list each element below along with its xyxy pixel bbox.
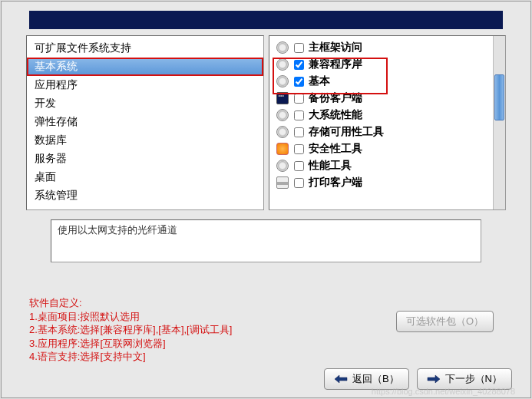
category-item[interactable]: 数据库 <box>27 131 263 150</box>
gear-icon <box>276 41 289 54</box>
package-row[interactable]: 安全性工具 <box>269 140 506 157</box>
package-label: 兼容程序岸 <box>309 58 500 71</box>
watermark-text: https://blog.csdn.net/weixin_40288078 <box>372 387 515 396</box>
package-row[interactable]: 基本 <box>269 73 506 90</box>
package-checkbox[interactable] <box>294 110 304 120</box>
scrollbar-thumb[interactable] <box>494 74 504 120</box>
gear-icon <box>276 125 289 139</box>
package-checkbox[interactable] <box>294 77 304 87</box>
installer-window: 可扩展文件系统支持基本系统应用程序开发弹性存储数据库服务器桌面系统管理 主框架访… <box>1 1 531 398</box>
arrow-left-icon <box>334 374 348 384</box>
package-label: 备份客户端 <box>309 91 500 105</box>
category-panel: 可扩展文件系统支持基本系统应用程序开发弹性存储数据库服务器桌面系统管理 <box>26 35 264 210</box>
category-item[interactable]: 可扩展文件系统支持 <box>27 39 263 58</box>
category-item[interactable]: 开发 <box>27 94 263 113</box>
category-item[interactable]: 服务器 <box>27 150 263 168</box>
category-item[interactable]: 应用程序 <box>27 76 263 94</box>
scrollbar-vertical[interactable] <box>493 36 505 209</box>
package-label: 大系统性能 <box>309 108 500 122</box>
instructions-title: 软件自定义: <box>29 296 232 310</box>
description-text: 使用以太网支持的光纤通道 <box>58 224 177 236</box>
package-label: 主框架访问 <box>309 41 500 54</box>
package-row[interactable]: 大系统性能 <box>269 107 506 124</box>
category-list: 可扩展文件系统支持基本系统应用程序开发弹性存储数据库服务器桌面系统管理 <box>27 36 263 208</box>
package-checkbox[interactable] <box>294 94 304 104</box>
gear-icon <box>276 159 289 173</box>
main-content: 可扩展文件系统支持基本系统应用程序开发弹性存储数据库服务器桌面系统管理 主框架访… <box>2 35 530 210</box>
package-checkbox[interactable] <box>294 127 304 137</box>
instructions-line4: 4.语言支持:选择[支持中文] <box>29 350 232 364</box>
package-label: 基本 <box>309 74 500 88</box>
package-list: 主框架访问兼容程序岸基本备份客户端大系统性能存储可用性工具安全性工具性能工具打印… <box>269 36 506 194</box>
package-row[interactable]: 打印客户端 <box>269 174 506 191</box>
package-checkbox[interactable] <box>294 161 304 171</box>
instructions-overlay: 软件自定义: 1.桌面项目:按照默认选用 2.基本系统:选择[兼容程序库],[基… <box>29 296 232 364</box>
package-checkbox[interactable] <box>294 60 304 70</box>
category-item[interactable]: 弹性存储 <box>27 113 263 131</box>
instructions-line2: 2.基本系统:选择[兼容程序库],[基本],[调试工具] <box>29 323 232 337</box>
optional-packages-button[interactable]: 可选软件包（O） <box>396 311 494 332</box>
gear-icon <box>276 108 289 122</box>
category-item[interactable]: 基本系统 <box>27 58 263 76</box>
orange-icon <box>276 142 289 156</box>
instructions-line1: 1.桌面项目:按照默认选用 <box>29 310 232 324</box>
package-label: 性能工具 <box>309 159 500 173</box>
category-item[interactable]: 系统管理 <box>27 186 263 205</box>
package-row[interactable]: 备份客户端 <box>269 90 506 107</box>
description-box: 使用以太网支持的光纤通道 <box>51 219 481 262</box>
package-checkbox[interactable] <box>294 178 304 188</box>
package-label: 安全性工具 <box>309 142 500 156</box>
optional-button-label: 可选软件包（O） <box>406 315 484 328</box>
title-bar <box>29 11 503 29</box>
package-row[interactable]: 存储可用性工具 <box>269 124 506 140</box>
printer-icon <box>276 176 289 190</box>
category-item[interactable]: 桌面 <box>27 168 263 186</box>
package-checkbox[interactable] <box>294 144 304 154</box>
package-row[interactable]: 兼容程序岸 <box>269 56 506 73</box>
package-label: 存储可用性工具 <box>309 125 500 139</box>
back-button-label: 返回（B） <box>352 372 399 386</box>
package-label: 打印客户端 <box>309 176 500 190</box>
package-row[interactable]: 主框架访问 <box>269 39 506 56</box>
package-row[interactable]: 性能工具 <box>269 157 506 174</box>
blue-icon <box>276 91 289 105</box>
package-checkbox[interactable] <box>294 43 304 53</box>
package-panel: 主框架访问兼容程序岸基本备份客户端大系统性能存储可用性工具安全性工具性能工具打印… <box>269 35 507 210</box>
arrow-right-icon <box>427 374 441 384</box>
gear-icon <box>276 74 289 88</box>
next-button-label: 下一步（N） <box>445 372 502 386</box>
instructions-line3: 3.应用程序:选择[互联网浏览器] <box>29 337 232 351</box>
gear-icon <box>276 58 289 71</box>
